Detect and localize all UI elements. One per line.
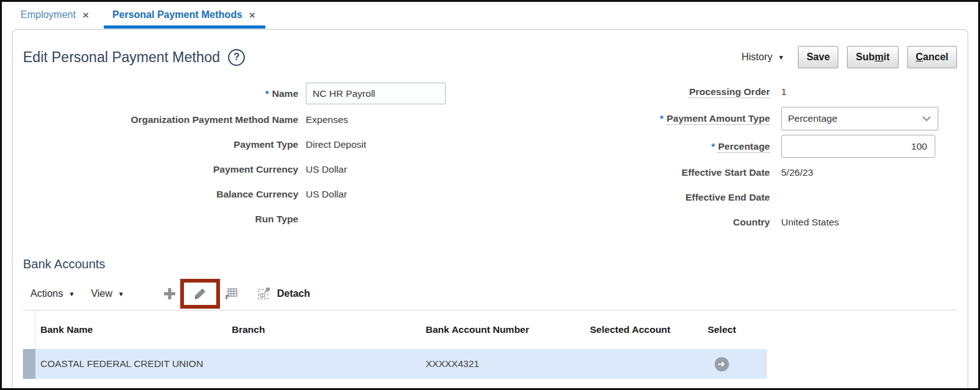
form-column-left: *Name Organization Payment Method Name E… (23, 79, 477, 235)
detach-label: Detach (277, 288, 310, 299)
name-input[interactable] (306, 83, 446, 104)
tab-employment-label: Employment (21, 9, 76, 20)
row-selector-cell[interactable] (23, 349, 35, 379)
payment-type-label: Payment Type (23, 139, 306, 150)
balance-currency-value: US Dollar (306, 189, 347, 200)
caret-down-icon: ▼ (118, 291, 124, 297)
table-header-row: Bank Name Branch Bank Account Number Sel… (23, 311, 767, 349)
main-panel: Edit Personal Payment Method ? History ▼… (12, 29, 968, 388)
save-button[interactable]: Save (798, 46, 838, 68)
country-value: United States (781, 217, 839, 228)
arrow-right-circle-icon[interactable] (715, 357, 729, 371)
close-icon[interactable]: × (83, 10, 89, 20)
payment-amount-type-select[interactable]: Percentage (781, 107, 938, 130)
column-header-bank-account-number[interactable]: Bank Account Number (421, 324, 584, 335)
form-column-right: Processing Order 1 *Payment Amount Type … (477, 79, 957, 235)
payment-method-form: *Name Organization Payment Method Name E… (23, 79, 957, 235)
tab-employment[interactable]: Employment × (21, 2, 89, 28)
view-menu-label: View (91, 288, 112, 299)
history-menu[interactable]: History ▼ (741, 52, 784, 63)
column-header-select[interactable]: Select (677, 324, 767, 335)
cell-bank-account-number: XXXXX4321 (421, 349, 584, 379)
column-header-branch[interactable]: Branch (227, 324, 421, 335)
processing-order-label: Processing Order (477, 86, 781, 98)
cell-selected-account (584, 349, 677, 379)
bank-accounts-table: Bank Name Branch Bank Account Number Sel… (23, 311, 767, 379)
effective-end-date-label: Effective End Date (477, 192, 781, 203)
effective-start-date-value: 5/26/23 (781, 167, 813, 178)
processing-order-value: 1 (781, 86, 787, 98)
payment-type-value: Direct Deposit (306, 139, 366, 150)
bank-accounts-toolbar: Actions ▼ View ▼ (23, 279, 957, 309)
caret-down-icon: ▼ (778, 54, 784, 61)
payment-amount-type-value: Percentage (788, 113, 837, 124)
help-icon[interactable]: ? (228, 49, 245, 66)
edit-highlight-box (180, 279, 220, 309)
detach-button[interactable]: Detach (257, 287, 310, 301)
plus-icon (163, 287, 176, 301)
org-payment-method-name-value: Expenses (306, 114, 348, 125)
balance-currency-label: Balance Currency (23, 189, 306, 200)
payment-currency-value: US Dollar (306, 164, 347, 175)
percentage-input[interactable] (781, 135, 935, 158)
bank-accounts-heading: Bank Accounts (23, 257, 957, 271)
tab-personal-payment-methods-label: Personal Payment Methods (112, 9, 242, 20)
country-label: Country (477, 217, 781, 228)
run-type-label: Run Type (23, 214, 306, 225)
cell-bank-name: COASTAL FEDERAL CREDIT UNION (35, 349, 227, 379)
header-actions: History ▼ Save Submit Cancel (741, 46, 957, 68)
cell-branch (227, 349, 421, 379)
table-row[interactable]: COASTAL FEDERAL CREDIT UNION XXXXX4321 (23, 349, 767, 379)
cell-select (677, 349, 767, 379)
required-asterisk: * (660, 113, 664, 124)
close-icon[interactable]: × (249, 10, 255, 20)
row-selector-header (23, 311, 35, 349)
detach-icon (257, 287, 271, 301)
actions-menu-label: Actions (30, 288, 63, 299)
page-title: Edit Personal Payment Method (23, 49, 220, 66)
org-payment-method-name-label: Organization Payment Method Name (23, 114, 306, 125)
column-header-selected-account[interactable]: Selected Account (584, 324, 677, 335)
export-button[interactable] (224, 287, 239, 301)
edit-button[interactable] (193, 287, 207, 301)
required-asterisk: * (711, 141, 715, 152)
tab-personal-payment-methods[interactable]: Personal Payment Methods × (112, 2, 255, 28)
column-header-bank-name[interactable]: Bank Name (35, 324, 227, 335)
required-asterisk: * (265, 88, 269, 99)
name-label: *Name (23, 88, 306, 99)
view-menu[interactable]: View ▼ (91, 288, 124, 299)
percentage-label: *Percentage (477, 141, 781, 152)
caret-down-icon: ▼ (68, 291, 75, 297)
history-label: History (741, 52, 772, 63)
page-header: Edit Personal Payment Method ? History ▼… (23, 46, 957, 68)
chevron-down-icon (922, 116, 932, 122)
effective-start-date-label: Effective Start Date (477, 167, 781, 178)
cancel-button[interactable]: Cancel (907, 46, 957, 68)
app-window: Employment × Personal Payment Methods × … (0, 0, 980, 390)
table-arrow-icon (224, 287, 239, 301)
add-button[interactable] (163, 287, 176, 301)
tab-bar: Employment × Personal Payment Methods × (2, 2, 978, 28)
payment-currency-label: Payment Currency (23, 164, 306, 175)
submit-button[interactable]: Submit (847, 46, 898, 68)
payment-amount-type-label: *Payment Amount Type (477, 113, 781, 124)
edit-pencil-icon (193, 287, 207, 301)
actions-menu[interactable]: Actions ▼ (30, 288, 75, 299)
